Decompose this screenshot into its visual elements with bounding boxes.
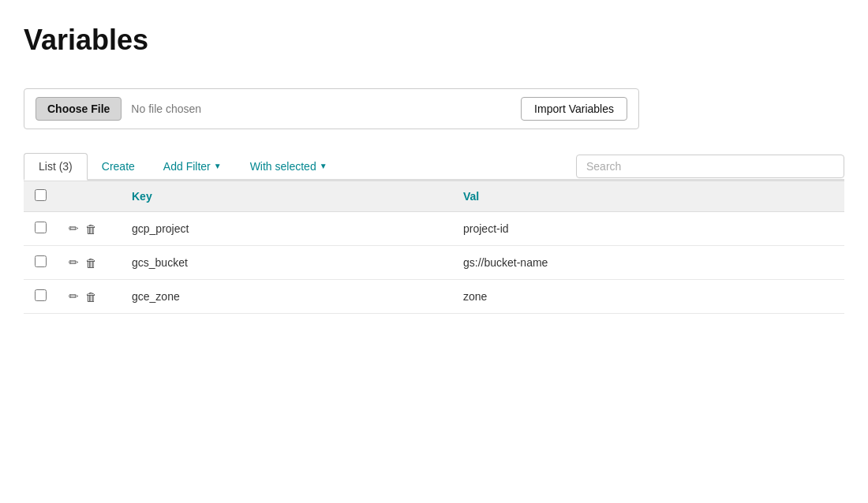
row-actions: ✏ 🗑 <box>69 289 110 304</box>
row-actions: ✏ 🗑 <box>69 222 110 236</box>
delete-icon[interactable]: 🗑 <box>85 290 97 304</box>
no-file-label: No file chosen <box>131 102 505 115</box>
toolbar: List (3) Create Add Filter ▼ With select… <box>24 153 844 181</box>
row-checkbox-cell <box>24 246 58 280</box>
header-val-col: Val <box>452 181 844 212</box>
row-val-cell: project-id <box>452 212 844 246</box>
add-filter-arrow-icon: ▼ <box>214 162 222 170</box>
with-selected-button[interactable]: With selected ▼ <box>236 154 342 179</box>
variables-table: Key Val ✏ 🗑 gcp_project project-id <box>24 181 844 314</box>
delete-icon[interactable]: 🗑 <box>85 256 97 270</box>
row-checkbox-cell <box>24 212 58 246</box>
edit-icon[interactable]: ✏ <box>69 222 79 236</box>
row-checkbox-2[interactable] <box>35 289 47 301</box>
edit-icon[interactable]: ✏ <box>69 289 79 304</box>
table-header-row: Key Val <box>24 181 844 212</box>
header-checkbox-col <box>24 181 58 212</box>
search-input[interactable] <box>576 155 844 178</box>
table-row: ✏ 🗑 gce_zone zone <box>24 280 844 314</box>
row-actions: ✏ 🗑 <box>69 255 110 270</box>
header-action-col <box>58 181 121 212</box>
create-button[interactable]: Create <box>88 154 149 179</box>
import-variables-button[interactable]: Import Variables <box>521 97 627 121</box>
delete-icon[interactable]: 🗑 <box>85 222 97 236</box>
row-key-cell: gcs_bucket <box>121 246 452 280</box>
row-action-cell: ✏ 🗑 <box>58 280 121 314</box>
row-checkbox-0[interactable] <box>35 222 47 233</box>
select-all-checkbox[interactable] <box>35 189 47 201</box>
with-selected-arrow-icon: ▼ <box>320 162 327 170</box>
add-filter-button[interactable]: Add Filter ▼ <box>149 154 236 179</box>
row-val-cell: zone <box>452 280 844 314</box>
file-upload-row: Choose File No file chosen Import Variab… <box>24 88 639 129</box>
table-row: ✏ 🗑 gcp_project project-id <box>24 212 844 246</box>
page-title: Variables <box>24 24 844 57</box>
list-tab[interactable]: List (3) <box>24 153 88 181</box>
edit-icon[interactable]: ✏ <box>69 255 79 270</box>
choose-file-button[interactable]: Choose File <box>36 97 122 121</box>
row-key-cell: gcp_project <box>121 212 452 246</box>
row-key-cell: gce_zone <box>121 280 452 314</box>
page-container: Variables Choose File No file chosen Imp… <box>0 0 868 503</box>
row-val-cell: gs://bucket-name <box>452 246 844 280</box>
row-action-cell: ✏ 🗑 <box>58 246 121 280</box>
table-body: ✏ 🗑 gcp_project project-id ✏ 🗑 gcs_bucke… <box>24 212 844 314</box>
row-checkbox-cell <box>24 280 58 314</box>
row-action-cell: ✏ 🗑 <box>58 212 121 246</box>
header-key-col: Key <box>121 181 452 212</box>
row-checkbox-1[interactable] <box>35 255 47 267</box>
table-row: ✏ 🗑 gcs_bucket gs://bucket-name <box>24 246 844 280</box>
